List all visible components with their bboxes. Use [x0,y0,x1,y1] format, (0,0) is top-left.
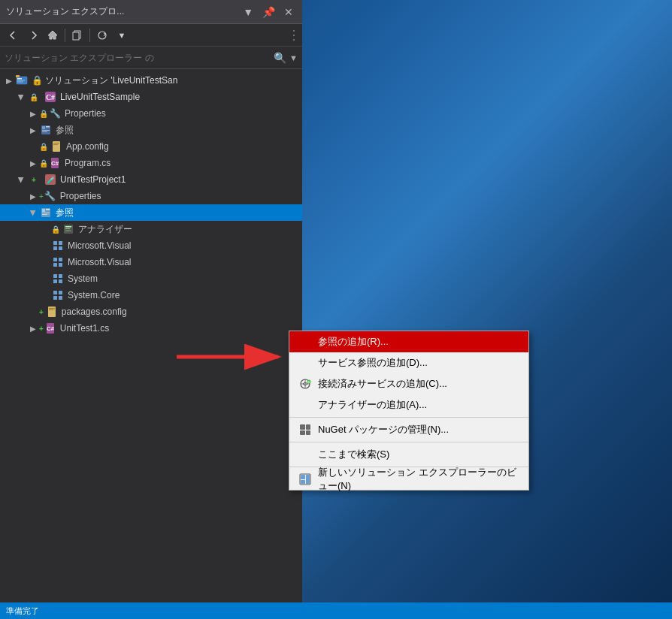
context-menu-item-nuget[interactable]: NuGet パッケージの管理(N)... [289,419,528,440]
pin-icon[interactable]: 📌 [259,5,278,20]
system-core-label: System.Core [68,290,120,300]
project-lock-icon: 🔒 [27,90,41,104]
svg-rect-13 [42,130,50,131]
tree-item-system-core[interactable]: System.Core [0,287,302,303]
tree-item-properties1[interactable]: ▶ 🔒 🔧 Properties [0,105,302,122]
svg-rect-4 [17,78,22,80]
expand-arrow-refs1: ▶ [27,126,39,134]
forward-button[interactable] [24,26,42,44]
expand-arrow-ut1: ▶ [27,325,39,333]
ms1-label: Microsoft.Visual [68,240,131,251]
context-menu-item-add-analyzer[interactable]: アナライザーの追加(A)... [289,394,528,415]
dropdown-icon[interactable]: ▼ [240,5,256,20]
copy-button[interactable] [68,26,86,44]
csharp-project-icon: C# [44,90,57,104]
solution-label: ソリューション 'LiveUnitTestSan [45,74,177,87]
ref-icon-1 [39,123,53,137]
refs2-label: 参照 [56,207,74,219]
svg-rect-60 [300,430,305,435]
title-bar: ソリューション エクスプロ... ▼ 📌 ✕ [0,0,302,24]
expand-arrow-project2: ▶ [17,174,26,186]
svg-rect-64 [301,475,305,479]
search-bar: 🔍 ▼ [0,47,302,69]
solution-explorer-panel: ソリューション エクスプロ... ▼ 📌 ✕ [0,0,302,619]
tree-item-solution[interactable]: ▶ 🔒 ソリューション 'LiveUnitTestSan [0,72,302,89]
lock-icon-props1: 🔒 [39,110,48,118]
solution-lock-icon: 🔒 [32,75,43,86]
tree-item-project1[interactable]: ▶ 🔒 C# LiveUnitTestSample [0,89,302,105]
sync-button[interactable] [93,26,111,44]
svg-rect-34 [59,246,62,250]
tree-item-programcs[interactable]: ▶ 🔒 C# Program.cs [0,155,302,171]
ref-item-icon-1 [51,239,65,252]
tree-item-appconfig[interactable]: 🔒 App.config [0,138,302,155]
svg-rect-41 [53,279,57,283]
tree-item-refs2[interactable]: ▶ 参照 [0,204,302,221]
new-view-icon [298,473,312,485]
svg-rect-46 [59,296,62,300]
context-menu-item-new-view[interactable]: 新しいソリューション エクスプローラーのビュー(N) [289,469,528,490]
context-menu: 参照の追加(R)... サービス参照の追加(D)... + 接続済みサービスの追… [289,331,529,491]
tree-item-ms1[interactable]: Microsoft.Visual [0,237,302,254]
tree-item-refs1[interactable]: ▶ 参照 [0,122,302,138]
svg-rect-44 [59,291,62,294]
search-dropdown[interactable]: ▼ [289,53,298,62]
refs1-label: 参照 [56,124,74,137]
svg-rect-1 [73,32,79,40]
context-menu-item-search[interactable]: ここまで検索(S) [289,444,528,465]
project2-label: UnitTestProject1 [60,174,126,185]
panel-title: ソリューション エクスプロ... [6,5,237,18]
programcs-label: Program.cs [65,158,110,168]
lock-icon-prog: 🔒 [39,159,48,168]
svg-rect-6 [17,82,23,83]
tree-item-packages[interactable]: + packages.config [0,303,302,320]
back-button[interactable] [5,26,23,44]
svg-rect-31 [53,241,57,245]
properties2-label: Properties [60,191,101,201]
search-icon[interactable]: 🔍 [274,52,286,64]
close-icon[interactable]: ✕ [281,5,296,20]
ref-item-icon-2 [51,255,65,269]
lock-icon-appconfig: 🔒 [39,143,48,151]
svg-rect-59 [300,424,305,430]
toolbar-divider-1 [65,29,65,42]
tree-item-ms2[interactable]: Microsoft.Visual [0,254,302,270]
svg-rect-61 [306,424,310,430]
config-icon [50,140,63,153]
svg-rect-43 [53,291,57,294]
svg-rect-37 [53,263,57,267]
home-button[interactable] [44,26,62,44]
tree-item-unittest1[interactable]: ▶ + C# UnitTest1.cs [0,320,302,337]
solution-icon [15,74,29,87]
status-bar: 準備完了 [0,602,672,619]
appconfig-label: App.config [66,141,109,152]
context-menu-item-add-ref[interactable]: 参照の追加(R)... [289,331,528,352]
svg-rect-33 [53,246,57,250]
svg-rect-23 [42,209,45,212]
resize-handle[interactable] [293,29,298,42]
properties1-label: Properties [65,108,106,119]
tree-item-system[interactable]: System [0,270,302,287]
packages-label: packages.config [62,306,127,317]
tree-item-properties2[interactable]: ▶ + 🔧 Properties [0,188,302,204]
tree-item-project2[interactable]: ▶ + 🧪 UnitTestProject1 [0,171,302,188]
green-plus-packages: + [39,308,44,316]
context-menu-item-connected-service[interactable]: + 接続済みサービスの追加(C)... [289,373,528,394]
svg-rect-48 [49,308,55,309]
expand-arrow-props1: ▶ [27,110,39,118]
svg-rect-17 [53,144,58,145]
search-input[interactable] [5,53,271,63]
svg-text:C#: C# [51,160,59,167]
expand-arrow-project1: ▶ [17,91,26,103]
expand-arrow: ▶ [3,77,15,85]
menu-separator-2 [289,442,528,442]
svg-text:🧪: 🧪 [47,176,56,185]
tree-item-analyzer[interactable]: 🔒 アナライザー [0,221,302,237]
context-menu-item-service-ref[interactable]: サービス参照の追加(D)... [289,352,528,373]
svg-rect-40 [59,274,62,278]
svg-rect-32 [59,241,62,245]
svg-rect-49 [49,310,53,310]
ref-item-icon-4 [51,288,65,302]
analyzer-label: アナライザー [78,223,132,236]
more-button[interactable]: ▼ [113,26,131,44]
